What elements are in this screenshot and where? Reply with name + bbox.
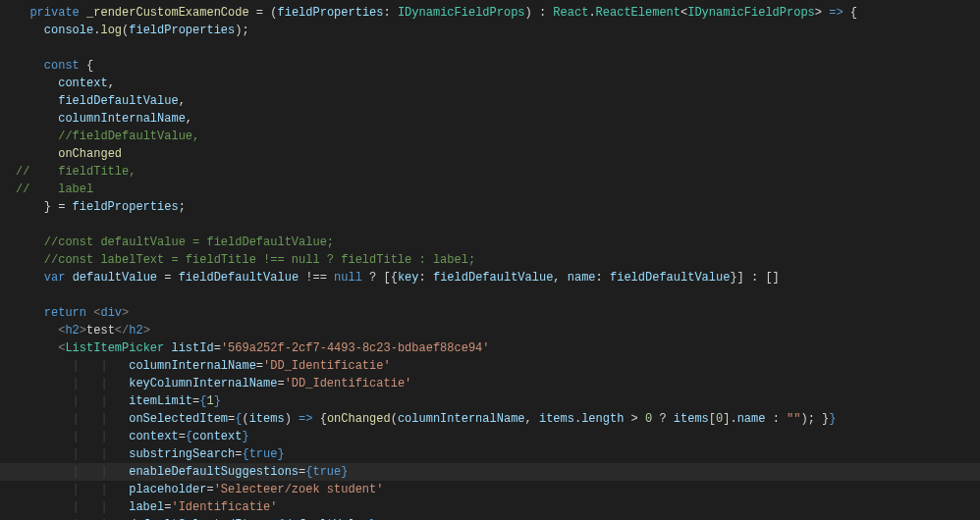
code-token: ListItemPicker bbox=[65, 341, 164, 355]
code-token: items bbox=[249, 412, 285, 426]
code-token: | | bbox=[73, 377, 130, 390]
code-token: private bbox=[29, 6, 79, 20]
code-line[interactable]: context, bbox=[0, 75, 980, 92]
code-line[interactable]: <h2>test</h2> bbox=[0, 322, 980, 339]
code-token: = bbox=[256, 359, 263, 373]
code-token: } bbox=[341, 465, 348, 479]
code-token: ReactElement bbox=[596, 6, 681, 20]
code-token: } bbox=[242, 430, 248, 443]
code-token: ]. bbox=[723, 412, 736, 426]
code-line[interactable]: const { bbox=[0, 57, 980, 75]
code-token: onChanged bbox=[58, 147, 122, 161]
code-line[interactable]: | | onSelectedItem={(items) => {onChange… bbox=[0, 410, 980, 428]
code-token: true bbox=[312, 465, 341, 479]
code-token: ); bbox=[235, 24, 248, 37]
code-token: log bbox=[100, 24, 122, 37]
code-line[interactable]: | | enableDefaultSuggestions={true} bbox=[0, 463, 980, 481]
code-token: fieldDefaultValue bbox=[179, 271, 299, 285]
code-token: //const defaultValue = fieldDefaultValue… bbox=[44, 235, 334, 249]
code-token: : bbox=[596, 271, 610, 285]
code-line[interactable]: | | placeholder='Selecteer/zoek student' bbox=[0, 481, 980, 498]
code-line[interactable]: } = fieldProperties; bbox=[0, 198, 980, 216]
code-editor[interactable]: private _renderCustomExamenCode = (field… bbox=[0, 0, 980, 520]
code-token: > bbox=[624, 412, 645, 426]
code-line[interactable]: columnInternalName, bbox=[0, 110, 980, 128]
code-line[interactable] bbox=[0, 216, 980, 234]
code-token: [ bbox=[709, 412, 716, 426]
code-token bbox=[16, 447, 73, 461]
code-token bbox=[16, 6, 29, 20]
code-line[interactable]: | | label='Identificatie' bbox=[0, 498, 980, 516]
code-line[interactable]: // label bbox=[0, 181, 980, 198]
code-token: fieldProperties bbox=[277, 6, 383, 20]
code-token: > bbox=[122, 306, 129, 320]
code-token: listId bbox=[171, 341, 213, 355]
code-token: | | bbox=[73, 465, 130, 479]
code-token: { bbox=[80, 59, 93, 73]
code-token bbox=[16, 24, 44, 37]
code-line[interactable]: console.log(fieldProperties); bbox=[0, 22, 980, 39]
code-token: substringSearch bbox=[129, 447, 235, 461]
code-line[interactable]: onChanged bbox=[0, 145, 980, 163]
code-token: defaultValue bbox=[73, 271, 157, 285]
code-token: = bbox=[206, 483, 213, 496]
code-line[interactable]: <ListItemPicker listId='569a252f-2cf7-44… bbox=[0, 339, 980, 357]
code-token: onChanged bbox=[327, 412, 391, 426]
code-token: = ( bbox=[249, 6, 278, 20]
code-line[interactable]: | | itemLimit={1} bbox=[0, 392, 980, 410]
code-line[interactable]: | | defaultSelectedItems={defaultValue} bbox=[0, 516, 980, 520]
code-token: // label bbox=[16, 182, 93, 196]
code-token: test bbox=[86, 324, 115, 338]
code-line[interactable]: fieldDefaultValue, bbox=[0, 92, 980, 110]
code-token: fieldDefaultValue bbox=[433, 271, 553, 285]
code-line[interactable]: //const defaultValue = fieldDefaultValue… bbox=[0, 234, 980, 251]
code-token: { bbox=[242, 447, 248, 461]
code-token: > bbox=[143, 324, 150, 338]
code-token bbox=[16, 112, 58, 126]
code-token bbox=[16, 465, 73, 479]
code-token: 'DD_Identificatie' bbox=[285, 377, 412, 390]
code-line[interactable]: var defaultValue = fieldDefaultValue !==… bbox=[0, 269, 980, 286]
code-token bbox=[80, 6, 86, 20]
code-token: { bbox=[312, 412, 326, 426]
code-line[interactable]: | | context={context} bbox=[0, 428, 980, 445]
code-line[interactable]: return <div> bbox=[0, 304, 980, 322]
code-token: enableDefaultSuggestions bbox=[129, 465, 299, 479]
code-token bbox=[16, 94, 58, 108]
code-token: ; bbox=[179, 200, 186, 214]
code-token: ); } bbox=[800, 412, 829, 426]
code-token: | | bbox=[73, 500, 130, 514]
code-token bbox=[16, 430, 73, 443]
code-token: , bbox=[186, 112, 192, 126]
code-token: columnInternalName bbox=[58, 112, 186, 126]
code-token: | | bbox=[73, 430, 130, 443]
code-token: = bbox=[214, 341, 221, 355]
code-token: | | bbox=[73, 483, 130, 496]
code-token bbox=[16, 412, 73, 426]
code-line[interactable]: | | columnInternalName='DD_Identificatie… bbox=[0, 357, 980, 375]
code-token: ) bbox=[285, 412, 299, 426]
code-token: } bbox=[277, 447, 284, 461]
code-token bbox=[16, 77, 58, 90]
code-token: = bbox=[277, 377, 284, 390]
code-token: //fieldDefaultValue, bbox=[58, 130, 199, 143]
code-token: | | bbox=[73, 447, 130, 461]
code-line[interactable]: | | keyColumnInternalName='DD_Identifica… bbox=[0, 375, 980, 392]
code-token bbox=[16, 130, 58, 143]
code-line[interactable]: | | substringSearch={true} bbox=[0, 445, 980, 463]
code-line[interactable]: //fieldDefaultValue, bbox=[0, 128, 980, 145]
code-token: onSelectedItem bbox=[129, 412, 228, 426]
code-line[interactable] bbox=[0, 286, 980, 304]
code-token bbox=[16, 271, 44, 285]
code-token: ( bbox=[391, 412, 398, 426]
code-line[interactable]: //const labelText = fieldTitle !== null … bbox=[0, 251, 980, 269]
code-line[interactable] bbox=[0, 39, 980, 57]
code-token: => bbox=[299, 412, 312, 426]
code-token bbox=[16, 147, 58, 161]
code-token: var bbox=[44, 271, 66, 285]
code-token: keyColumnInternalName bbox=[129, 377, 277, 390]
code-token: 'Selecteer/zoek student' bbox=[214, 483, 384, 496]
code-line[interactable]: // fieldTitle, bbox=[0, 163, 980, 181]
code-line[interactable]: private _renderCustomExamenCode = (field… bbox=[0, 4, 980, 22]
code-token: { bbox=[186, 430, 192, 443]
